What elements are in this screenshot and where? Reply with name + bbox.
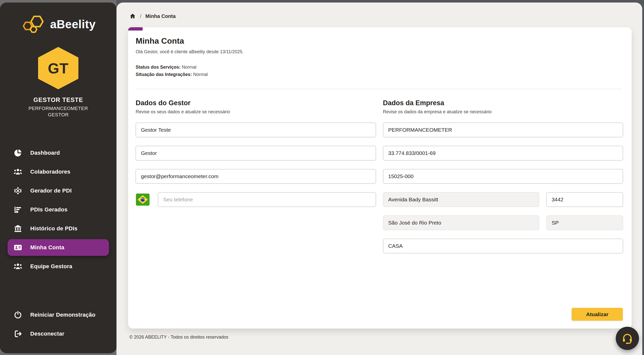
power-icon: [13, 310, 23, 320]
phone-row: [136, 192, 376, 207]
account-card: Minha Conta Olá Gestor, você é cliente a…: [128, 27, 632, 329]
sidebar-item-label: Gerador de PDI: [30, 187, 72, 194]
sidebar-menu: Dashboard Colaboradores: [0, 142, 116, 277]
gestor-phone-field[interactable]: [158, 192, 376, 207]
brazil-flag-icon: [136, 194, 150, 206]
services-status-label: Status dos Serviços:: [136, 65, 181, 70]
sidebar: aBeelity GT GESTOR TESTE PERFORMANCEOMET…: [0, 3, 116, 353]
sidebar-item-desconectar[interactable]: Desconectar: [8, 325, 109, 342]
company-complement-field[interactable]: [383, 239, 623, 253]
integrations-status-label: Situação das Integrações:: [136, 72, 192, 77]
gestor-section: Dados do Gestor Revise os seus dados e a…: [136, 99, 376, 253]
sidebar-item-label: Dashboard: [30, 150, 60, 156]
integrations-status-line: Situação das Integrações: Normal: [136, 71, 623, 78]
sidebar-item-minha-conta[interactable]: Minha Conta: [8, 239, 109, 256]
form-columns: Dados do Gestor Revise os seus dados e a…: [136, 99, 623, 253]
page-title: Minha Conta: [136, 36, 623, 46]
copyright-text: © 2026 ABEELITY - Todos os direitos rese…: [129, 335, 642, 340]
company-street-field: [383, 192, 539, 207]
brand-logo: aBeelity: [21, 13, 96, 35]
card-accent-tab: [128, 27, 143, 31]
avatar: GT: [35, 47, 82, 89]
user-name: GESTOR TESTE: [0, 96, 116, 103]
company-cnpj-field[interactable]: [383, 146, 623, 160]
sidebar-item-dashboard[interactable]: Dashboard: [8, 145, 109, 161]
empresa-section-subtitle: Revise os dados da empresa e atualize se…: [383, 109, 623, 115]
sidebar-item-label: Reiniciar Demonstração: [30, 312, 95, 318]
gestor-email-field[interactable]: [136, 169, 376, 184]
services-status-value: Normal: [182, 65, 196, 70]
sidebar-footer-menu: Reiniciar Demonstração Desconectar: [0, 304, 116, 344]
company-cep-field[interactable]: [383, 169, 623, 184]
pie-chart-icon: [13, 148, 23, 158]
headset-icon: [621, 332, 634, 345]
integrations-status-value: Normal: [193, 72, 208, 77]
sidebar-item-label: Histórico de PDIs: [30, 225, 77, 232]
page-subtitle: Olá Gestor, você é cliente aBeelity desd…: [136, 49, 623, 54]
sidebar-item-reiniciar-demonstracao[interactable]: Reiniciar Demonstração: [8, 307, 109, 323]
sidebar-item-label: Equipe Gestora: [30, 263, 72, 270]
main-content: / Minha Conta Minha Conta Olá Gestor, vo…: [116, 3, 642, 355]
street-number-row: [383, 192, 623, 207]
sidebar-item-gerador-de-pdi[interactable]: Gerador de PDI: [8, 182, 109, 199]
services-status-line: Status dos Serviços: Normal: [136, 64, 623, 71]
user-profile: GT GESTOR TESTE PERFORMANCEOMETER GESTOR: [0, 47, 116, 118]
section-divider: [137, 89, 622, 89]
sidebar-item-label: Minha Conta: [30, 244, 64, 251]
gestor-role-field[interactable]: [136, 146, 376, 160]
breadcrumb-current[interactable]: Minha Conta: [145, 13, 176, 19]
sign-out-icon: [13, 329, 23, 339]
company-name-field[interactable]: [383, 123, 623, 137]
company-city-field: [383, 215, 539, 230]
support-chat-button[interactable]: [616, 327, 639, 350]
users-icon: [13, 262, 23, 271]
company-state-field: [546, 215, 623, 230]
update-button[interactable]: Atualizar: [572, 308, 623, 321]
gestor-name-field[interactable]: [136, 123, 376, 137]
sidebar-item-pdis-gerados[interactable]: PDIs Gerados: [8, 201, 109, 218]
brand-name: aBeelity: [50, 17, 96, 31]
sidebar-item-equipe-gestora[interactable]: Equipe Gestora: [8, 258, 109, 275]
sidebar-item-historico-de-pdis[interactable]: Histórico de PDIs: [8, 220, 109, 237]
status-block: Status dos Serviços: Normal Situação das…: [136, 64, 623, 78]
bar-chart-icon: [13, 205, 23, 214]
hub-icon: [13, 186, 23, 196]
user-role: GESTOR: [0, 112, 116, 118]
gestor-section-title: Dados do Gestor: [136, 99, 376, 107]
card-actions: Atualizar: [572, 308, 623, 321]
bank-icon: [13, 224, 23, 233]
breadcrumb: / Minha Conta: [129, 12, 642, 20]
sidebar-item-label: Colaboradores: [30, 169, 70, 175]
home-icon[interactable]: [129, 13, 136, 19]
sidebar-item-colaboradores[interactable]: Colaboradores: [8, 163, 109, 180]
gestor-section-subtitle: Revise os seus dados e atualize se neces…: [136, 109, 376, 115]
sidebar-item-label: Desconectar: [30, 331, 64, 337]
hexagons-logo-icon: [21, 13, 46, 35]
empresa-section-title: Dados da Empresa: [383, 99, 623, 107]
city-state-row: [383, 215, 623, 230]
sidebar-item-label: PDIs Gerados: [30, 206, 68, 213]
breadcrumb-separator: /: [140, 13, 141, 19]
company-number-field[interactable]: [546, 192, 623, 207]
id-card-icon: [13, 243, 23, 252]
user-company: PERFORMANCEOMETER: [0, 106, 116, 111]
empresa-section: Dados da Empresa Revise os dados da empr…: [383, 99, 623, 253]
avatar-initials: GT: [48, 60, 69, 77]
users-icon: [13, 167, 23, 177]
app-window: aBeelity GT GESTOR TESTE PERFORMANCEOMET…: [0, 0, 644, 355]
